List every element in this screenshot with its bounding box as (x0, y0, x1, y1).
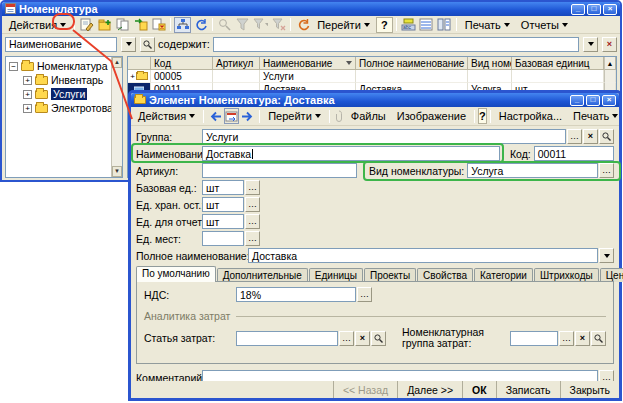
col-name[interactable]: Наименование (260, 57, 356, 70)
dialog-print-menu-button[interactable]: Печать (568, 108, 623, 124)
group-ellipsis-button[interactable]: … (567, 129, 582, 144)
base-unit-ellipsis-button[interactable]: … (245, 180, 260, 195)
col-full-name[interactable]: Полное наименование (356, 57, 468, 70)
filter-by-value-icon[interactable] (252, 17, 269, 33)
dialog-titlebar[interactable]: Элемент Номенклатура: Доставка _ □ × (131, 93, 619, 107)
table-scroll-up-icon[interactable]: ▲ (604, 57, 616, 70)
minimize-button[interactable]: _ (571, 4, 585, 15)
filter-clear-button[interactable]: × (602, 37, 617, 52)
main-titlebar[interactable]: Номенклатура _ □ × (2, 2, 620, 16)
storage-unit-field[interactable]: шт (202, 197, 244, 212)
kind-ellipsis-button[interactable]: … (599, 163, 614, 178)
article-field[interactable] (202, 163, 357, 178)
delete-item-icon[interactable] (150, 17, 167, 33)
maximize-button[interactable]: □ (587, 4, 601, 15)
filter-history-dropdown-button[interactable] (583, 37, 598, 52)
tab-ceny-nomenklatury[interactable]: Цены номенклатуры (600, 268, 623, 282)
col-base-unit[interactable]: Базовая единиц (512, 57, 604, 70)
filter-value-input[interactable] (213, 37, 579, 52)
tab-po-umolchaniyu[interactable]: По умолчанию (136, 266, 216, 282)
vat-ellipsis-button[interactable]: … (357, 287, 372, 302)
tree-root-nomenklatura[interactable]: − Номенклатура (9, 59, 111, 73)
expand-icon[interactable]: + (23, 104, 32, 113)
dialog-minimize-button[interactable]: _ (570, 95, 584, 106)
expand-icon[interactable]: + (23, 76, 32, 85)
hierarchy-view-icon[interactable] (174, 17, 191, 33)
next-item-icon[interactable] (240, 108, 256, 124)
vat-field[interactable]: 18% (236, 287, 356, 302)
code-field[interactable]: 00011 (534, 146, 614, 161)
reports-menu-button[interactable]: Отчеты (516, 17, 573, 33)
tab-proekty[interactable]: Проекты (364, 268, 416, 282)
cost-item-clear-button[interactable]: × (355, 331, 370, 346)
tree-vertical-scrollbar[interactable]: ▲ ▼ (111, 57, 122, 177)
full-name-field[interactable]: Доставка (248, 248, 598, 263)
table-row[interactable]: + 00005 Услуги (128, 70, 616, 83)
save-button[interactable]: Записать (496, 381, 560, 398)
add-group-icon[interactable] (96, 17, 113, 33)
ok-button[interactable]: ОК (462, 381, 496, 398)
kind-field[interactable]: Услуга (467, 163, 598, 178)
attachment-icon[interactable] (333, 108, 345, 124)
col-kind[interactable]: Вид номенкла.. (468, 57, 512, 70)
previous-item-icon[interactable] (207, 108, 223, 124)
refresh-icon[interactable] (192, 17, 209, 33)
tab-dopolnitelnye[interactable]: Дополнительные (217, 268, 308, 282)
nom-group-clear-button[interactable]: × (575, 331, 590, 346)
description-icon[interactable]: abc (400, 17, 417, 33)
move-item-icon[interactable] (132, 17, 149, 33)
col-code[interactable]: Код (151, 57, 213, 70)
columns-setup-icon[interactable] (436, 17, 453, 33)
full-name-dropdown-button[interactable] (599, 248, 614, 263)
settings-button[interactable]: Настройка... (494, 108, 567, 124)
group-clear-button[interactable]: × (583, 129, 598, 144)
print-menu-button[interactable]: Печать (460, 17, 515, 33)
find-in-list-icon[interactable] (224, 108, 239, 124)
dialog-close-button[interactable]: × (602, 95, 616, 106)
cost-item-open-button[interactable] (371, 331, 386, 346)
edit-item-icon[interactable] (78, 17, 95, 33)
places-unit-ellipsis-button[interactable]: … (245, 231, 260, 246)
report-unit-ellipsis-button[interactable]: … (245, 214, 260, 229)
goto-menu-button[interactable]: Перейти (312, 17, 375, 33)
nom-group-ellipsis-button[interactable]: … (559, 331, 574, 346)
filter-field-select[interactable]: Наименование (5, 37, 117, 52)
cost-item-ellipsis-button[interactable]: … (339, 331, 354, 346)
col-article[interactable]: Артикул (213, 57, 260, 70)
base-unit-field[interactable]: шт (202, 180, 244, 195)
dialog-help-icon[interactable]: ? (478, 108, 487, 124)
nom-group-open-button[interactable] (591, 331, 606, 346)
expand-icon[interactable]: + (23, 90, 32, 99)
dialog-maximize-button[interactable]: □ (586, 95, 600, 106)
filter-field-dropdown-button[interactable] (121, 37, 136, 52)
close-button[interactable]: × (603, 4, 617, 15)
help-icon[interactable]: ? (376, 17, 393, 33)
scroll-down-icon[interactable]: ▼ (112, 166, 122, 177)
cost-item-field[interactable] (236, 331, 338, 346)
places-unit-field[interactable] (202, 231, 244, 246)
clear-filter-icon[interactable] (270, 17, 287, 33)
tree-item-elektrotovary[interactable]: + Электротовары (9, 101, 111, 115)
dialog-actions-menu-button[interactable]: Действия (133, 108, 200, 124)
storage-unit-ellipsis-button[interactable]: … (245, 197, 260, 212)
nom-group-field[interactable] (510, 331, 558, 346)
tree-item-inventar[interactable]: + Инвентарь (9, 73, 111, 87)
find-icon[interactable] (216, 17, 233, 33)
collapse-icon[interactable]: − (9, 62, 18, 71)
tab-svoystva[interactable]: Свойства (417, 268, 473, 282)
dialog-goto-menu-button[interactable]: Перейти (263, 108, 326, 124)
restructure-icon[interactable] (294, 17, 311, 33)
report-unit-field[interactable]: шт (202, 214, 244, 229)
actions-menu-button[interactable]: Действия (4, 17, 71, 33)
filter-search-button[interactable] (140, 37, 155, 52)
tab-edinicy[interactable]: Единицы (309, 268, 363, 282)
set-filter-icon[interactable] (234, 17, 251, 33)
group-field[interactable]: Услуги (202, 129, 566, 144)
list-setup-icon[interactable] (418, 17, 435, 33)
copy-item-icon[interactable] (114, 17, 131, 33)
tab-kategorii[interactable]: Категории (474, 268, 533, 282)
close-form-button[interactable]: Закрыть (560, 381, 619, 398)
back-button[interactable]: << Назад (333, 381, 397, 398)
name-field[interactable]: Доставка (202, 146, 500, 161)
scroll-up-icon[interactable]: ▲ (112, 57, 122, 68)
